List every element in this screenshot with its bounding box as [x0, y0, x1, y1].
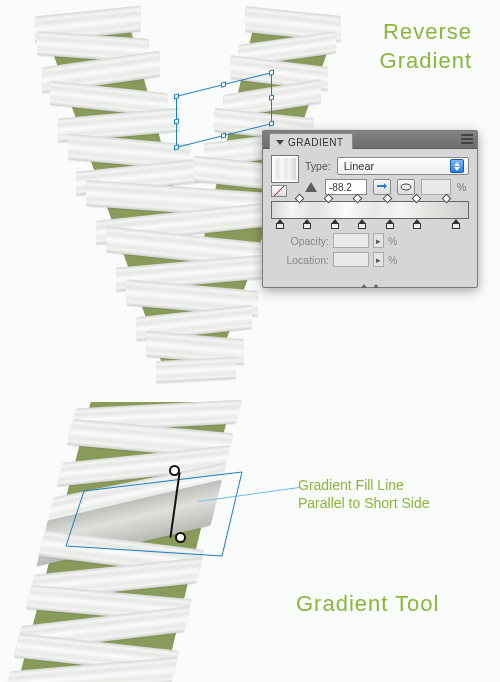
color-stop[interactable]	[303, 219, 311, 229]
angle-input[interactable]: -88.2	[325, 179, 367, 195]
angle-icon	[305, 182, 317, 192]
gradient-annotator-end[interactable]	[175, 532, 186, 543]
callout-text: Gradient Fill Line Parallel to Short Sid…	[298, 476, 430, 512]
resize-handle[interactable]	[174, 93, 179, 99]
type-select[interactable]: Linear	[337, 157, 469, 175]
opacity-stepper[interactable]: ▸	[373, 233, 384, 248]
aspect-ratio-button[interactable]	[397, 179, 415, 195]
location-label: Location:	[271, 254, 329, 266]
location-stepper[interactable]: ▸	[373, 252, 384, 267]
panel-resize-grip[interactable]	[361, 281, 379, 285]
type-value: Linear	[344, 160, 375, 172]
resize-handle[interactable]	[174, 118, 179, 124]
opacity-label: Opacity:	[271, 235, 329, 247]
pct-label: %	[388, 254, 397, 266]
stroke-well[interactable]	[271, 185, 287, 197]
gradient-annotator-start[interactable]	[169, 465, 180, 476]
gradient-tab[interactable]: GRADIENT	[269, 133, 353, 149]
panel-title: GRADIENT	[288, 137, 344, 148]
panel-body: Type: Linear -88.2	[263, 149, 477, 287]
gradient-ramp[interactable]	[271, 201, 469, 219]
annotation-gradient-tool: Gradient Tool	[296, 590, 439, 619]
color-stop[interactable]	[386, 219, 394, 229]
color-stop[interactable]	[452, 219, 460, 229]
type-label: Type:	[305, 160, 331, 172]
gradient-swatch[interactable]	[271, 155, 299, 183]
type-stepper-icon[interactable]	[450, 159, 464, 173]
annotation-reverse-gradient: Reverse Gradient	[380, 18, 472, 75]
column-artwork	[7, 402, 238, 682]
resize-handle[interactable]	[221, 82, 226, 88]
opacity-field[interactable]	[333, 233, 369, 248]
panel-tabbar[interactable]: GRADIENT	[263, 131, 477, 149]
reverse-gradient-button[interactable]	[373, 179, 391, 195]
gradient-panel[interactable]: GRADIENT Type: Linear	[262, 130, 478, 288]
color-stop[interactable]	[331, 219, 339, 229]
svg-point-0	[401, 184, 411, 190]
wrap-strip	[156, 357, 236, 383]
pct-label: %	[457, 181, 466, 193]
twirl-icon[interactable]	[276, 140, 284, 149]
color-stop[interactable]	[358, 219, 366, 229]
panel-menu-icon[interactable]	[461, 134, 473, 144]
color-stop[interactable]	[413, 219, 421, 229]
pct-label: %	[388, 235, 397, 247]
color-stop[interactable]	[276, 219, 284, 229]
ellipse-icon	[400, 182, 412, 192]
swap-arrows-icon	[376, 182, 388, 192]
artboard-bottom	[0, 410, 500, 682]
location-field[interactable]	[333, 252, 369, 267]
